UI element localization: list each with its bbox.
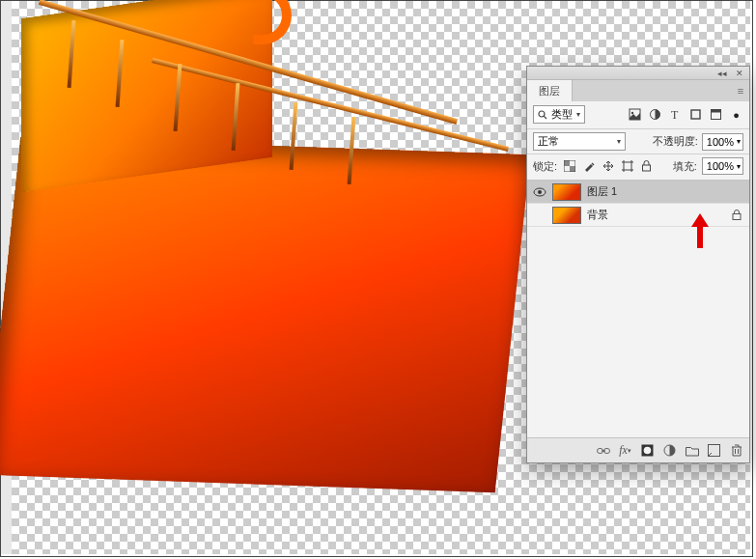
chevron-down-icon: ▾	[576, 110, 580, 119]
filter-shape-icon[interactable]	[688, 107, 703, 122]
svg-rect-8	[712, 110, 721, 113]
layer-row[interactable]: 图层 1	[527, 181, 749, 204]
svg-point-21	[644, 447, 652, 455]
svg-rect-13	[643, 165, 651, 171]
svg-text:T: T	[671, 108, 679, 121]
layer-thumbnail[interactable]	[552, 183, 581, 201]
filter-type-text-icon[interactable]: T	[668, 107, 683, 122]
panel-collapse-icon[interactable]: ◂◂	[718, 70, 726, 77]
visibility-toggle[interactable]	[533, 185, 546, 199]
opacity-label: 不透明度:	[653, 134, 698, 149]
layers-panel-footer: fx▾	[527, 437, 749, 462]
lock-icon	[732, 210, 743, 220]
svg-rect-16	[733, 214, 741, 220]
layer-filter-row: 类型 ▾ T ●	[527, 101, 749, 129]
filter-pixel-icon[interactable]	[628, 107, 642, 122]
fill-label: 填充:	[673, 159, 697, 174]
new-layer-icon[interactable]	[707, 443, 721, 458]
opacity-input[interactable]: 100% ▾	[702, 133, 743, 151]
layers-list: 图层 1 背景	[527, 181, 749, 227]
filter-smartobject-icon[interactable]	[709, 107, 723, 122]
lock-label: 锁定:	[533, 159, 557, 174]
chevron-down-icon: ▾	[737, 137, 741, 146]
visibility-toggle[interactable]	[533, 209, 546, 222]
fill-value: 100%	[707, 160, 734, 172]
panel-tabs: 图层 ≡	[527, 80, 749, 101]
svg-rect-9	[564, 160, 570, 166]
new-group-icon[interactable]	[685, 443, 699, 458]
lock-paint-icon[interactable]	[581, 159, 596, 174]
svg-point-0	[539, 111, 545, 117]
chevron-down-icon: ▾	[617, 137, 621, 146]
layers-panel: ◂◂ ✕ 图层 ≡ 类型 ▾ T ●	[526, 66, 750, 463]
filter-adjustment-icon[interactable]	[648, 107, 662, 122]
lock-transparency-icon[interactable]	[562, 159, 576, 174]
filter-type-label: 类型	[551, 107, 573, 122]
filter-toggle-icon[interactable]: ●	[729, 107, 743, 122]
link-layers-icon[interactable]	[596, 443, 610, 458]
tab-layers[interactable]: 图层	[527, 80, 573, 101]
blend-opacity-row: 正常 ▾ 不透明度: 100% ▾	[527, 129, 749, 154]
lock-artboard-icon[interactable]	[620, 159, 634, 174]
svg-line-1	[544, 116, 546, 119]
ruler-vertical	[1, 1, 12, 554]
lock-all-icon[interactable]	[639, 159, 654, 174]
svg-point-3	[631, 112, 633, 114]
svg-rect-12	[624, 162, 631, 170]
layer-row[interactable]: 背景	[527, 204, 749, 227]
panel-menu-icon[interactable]: ≡	[732, 80, 749, 101]
new-adjustment-layer-icon[interactable]	[662, 443, 677, 458]
delete-layer-icon[interactable]	[729, 443, 743, 458]
opacity-value: 100%	[707, 136, 734, 148]
panel-close-icon[interactable]: ✕	[736, 70, 743, 77]
app-root: ◂◂ ✕ 图层 ≡ 类型 ▾ T ●	[0, 0, 756, 559]
svg-rect-6	[691, 110, 700, 119]
blend-mode-select[interactable]: 正常 ▾	[533, 132, 626, 151]
layer-name[interactable]: 背景	[587, 208, 726, 222]
add-mask-icon[interactable]	[640, 443, 655, 458]
lock-fill-row: 锁定: 填充: 100% ▾	[527, 154, 749, 181]
chevron-down-icon: ▾	[737, 162, 741, 171]
filter-type-select[interactable]: 类型 ▾	[533, 105, 585, 124]
layer-style-icon[interactable]: fx▾	[618, 443, 632, 458]
layer-name[interactable]: 图层 1	[587, 184, 743, 199]
svg-rect-10	[570, 166, 575, 172]
svg-point-15	[538, 190, 542, 194]
panel-titlebar[interactable]: ◂◂ ✕	[527, 67, 749, 80]
search-icon	[538, 110, 547, 120]
blend-mode-label: 正常	[538, 134, 559, 149]
fill-input[interactable]: 100% ▾	[702, 157, 743, 175]
layer-thumbnail[interactable]	[552, 207, 581, 224]
lock-position-icon[interactable]	[601, 159, 615, 174]
